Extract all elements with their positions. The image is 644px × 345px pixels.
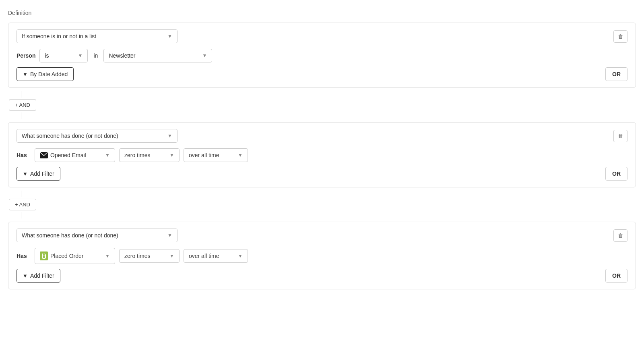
list-select[interactable]: Newsletter ▼ <box>103 49 212 62</box>
shopify-icon <box>40 251 48 260</box>
condition-type-value-3: What someone has done (or not done) <box>22 232 118 239</box>
event-select-3[interactable]: Placed Order ▼ <box>35 248 115 264</box>
add-filter-label-3: Add Filter <box>30 272 54 279</box>
time-range-value-2: over all time <box>189 152 219 158</box>
and-line-v-2b <box>21 212 21 218</box>
condition-type-select-3[interactable]: What someone has done (or not done) ▼ <box>17 229 178 242</box>
and-connector-1: + AND <box>8 91 636 119</box>
filter-icon-1: ▼ <box>23 71 28 77</box>
condition-type-value-1: If someone is in or not in a list <box>22 33 96 39</box>
condition-block-1: If someone is in or not in a list ▼ 🗑 Pe… <box>8 23 636 88</box>
time-range-select-2[interactable]: over all time ▼ <box>184 148 248 162</box>
chevron-down-icon-times-3: ▼ <box>169 253 174 259</box>
event-select-2[interactable]: Opened Email ▼ <box>35 148 115 162</box>
chevron-down-icon-list: ▼ <box>202 53 207 58</box>
or-button-3[interactable]: OR <box>605 269 627 283</box>
person-is-value: is <box>45 52 49 59</box>
by-date-filter-label: By Date Added <box>30 71 68 77</box>
condition-type-select-1[interactable]: If someone is in or not in a list ▼ <box>17 29 178 43</box>
and-line-v-2 <box>21 191 21 197</box>
chevron-down-icon-range-2: ▼ <box>238 152 243 158</box>
delete-button-1[interactable]: 🗑 <box>613 30 627 43</box>
block3-filter-row: ▼ Add Filter OR <box>17 269 627 283</box>
condition-type-select-2[interactable]: What someone has done (or not done) ▼ <box>17 129 178 143</box>
block1-top-row: If someone is in or not in a list ▼ 🗑 <box>17 29 627 43</box>
event-value-3: Placed Order <box>50 253 83 259</box>
delete-button-3[interactable]: 🗑 <box>613 229 627 242</box>
filter-icon-3: ▼ <box>23 273 28 279</box>
chevron-down-icon-times-2: ▼ <box>169 152 174 158</box>
by-date-filter-button[interactable]: ▼ By Date Added <box>17 67 74 81</box>
block1-condition-row: Person is ▼ in Newsletter ▼ <box>17 49 627 62</box>
has-label-3: Has <box>17 253 31 259</box>
block2-top-row: What someone has done (or not done) ▼ 🗑 <box>17 129 627 143</box>
times-value-3: zero times <box>124 253 151 259</box>
chevron-down-icon-event-2: ▼ <box>105 152 110 158</box>
and-button-1[interactable]: + AND <box>9 99 36 111</box>
and-line-v-1 <box>21 91 21 98</box>
chevron-down-icon-person: ▼ <box>78 53 83 58</box>
block3-condition-row: Has Placed Order ▼ zero times ▼ over all… <box>17 248 627 264</box>
chevron-down-icon-1: ▼ <box>167 33 172 39</box>
add-filter-button-3[interactable]: ▼ Add Filter <box>17 269 60 283</box>
person-label: Person <box>17 52 35 59</box>
times-select-3[interactable]: zero times ▼ <box>119 249 180 263</box>
times-value-2: zero times <box>124 152 151 158</box>
event-value-2: Opened Email <box>50 152 86 158</box>
and-line-v-1b <box>21 112 21 119</box>
chevron-down-icon-range-3: ▼ <box>238 253 243 259</box>
chevron-down-icon-2: ▼ <box>167 133 172 139</box>
chevron-down-icon-3: ▼ <box>167 233 172 238</box>
delete-button-2[interactable]: 🗑 <box>613 130 627 142</box>
event-icon-wrapper-2: Opened Email <box>40 152 86 158</box>
block2-condition-row: Has Opened Email ▼ zero times ▼ over all… <box>17 148 627 162</box>
has-label-2: Has <box>17 152 31 158</box>
in-label: in <box>92 52 99 59</box>
block3-top-row: What someone has done (or not done) ▼ 🗑 <box>17 229 627 242</box>
or-button-1[interactable]: OR <box>605 67 627 81</box>
or-button-2[interactable]: OR <box>605 167 627 181</box>
condition-block-2: What someone has done (or not done) ▼ 🗑 … <box>8 122 636 187</box>
condition-type-value-2: What someone has done (or not done) <box>22 133 118 139</box>
chevron-down-icon-event-3: ▼ <box>105 253 110 259</box>
and-button-2[interactable]: + AND <box>9 199 36 210</box>
add-filter-button-2[interactable]: ▼ Add Filter <box>17 167 60 181</box>
page-title: Definition <box>8 10 636 16</box>
time-range-select-3[interactable]: over all time ▼ <box>184 249 248 263</box>
block1-filter-row: ▼ By Date Added OR <box>17 67 627 81</box>
and-connector-2: + AND <box>8 191 636 218</box>
add-filter-label-2: Add Filter <box>30 170 54 177</box>
filter-icon-2: ▼ <box>23 171 28 177</box>
event-icon-wrapper-3: Placed Order <box>40 251 83 260</box>
email-icon <box>40 152 48 158</box>
list-value: Newsletter <box>109 52 135 59</box>
person-is-select[interactable]: is ▼ <box>39 49 88 62</box>
time-range-value-3: over all time <box>189 253 219 259</box>
condition-block-3: What someone has done (or not done) ▼ 🗑 … <box>8 222 636 289</box>
block2-filter-row: ▼ Add Filter OR <box>17 167 627 181</box>
times-select-2[interactable]: zero times ▼ <box>119 148 180 162</box>
